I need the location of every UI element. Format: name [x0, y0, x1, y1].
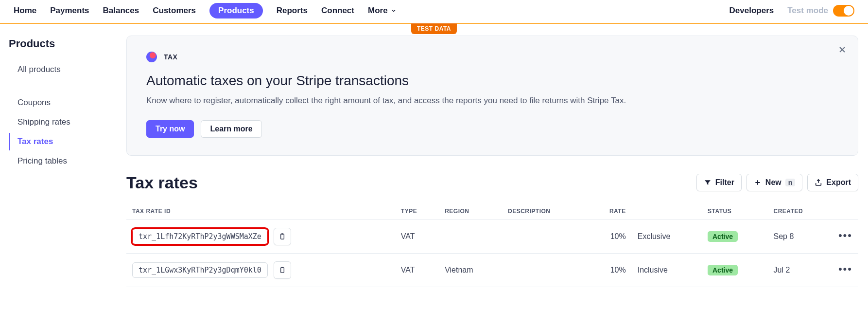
test-data-badge: TEST DATA: [411, 23, 457, 34]
svg-rect-4: [281, 234, 284, 239]
nav-right: Developers Test mode: [729, 3, 854, 18]
col-rate: RATE: [588, 203, 632, 220]
filter-label: Filter: [715, 178, 734, 187]
cell-rate: 10%: [588, 253, 632, 287]
cell-created: Sep 8: [768, 220, 833, 253]
nav-balances[interactable]: Balances: [103, 3, 139, 18]
new-kbd: n: [785, 179, 796, 186]
cell-created: Jul 2: [768, 253, 833, 287]
tax-promo-card: TAX Automatic taxes on your Stripe trans…: [126, 36, 858, 156]
nav-reports[interactable]: Reports: [277, 3, 308, 18]
sidebar-item-pricing-tables[interactable]: Pricing tables: [10, 152, 126, 170]
cell-type: VAT: [395, 220, 439, 253]
close-icon[interactable]: [837, 45, 847, 55]
cell-inclusive: Exclusive: [632, 220, 702, 253]
cell-rate: 10%: [588, 220, 632, 253]
section-header: Tax rates Filter New n Export: [126, 173, 858, 192]
copy-id-button[interactable]: [274, 261, 291, 279]
cell-region: Vietnam: [439, 253, 502, 287]
svg-rect-7: [281, 267, 283, 268]
tax-promo-tag: TAX: [164, 53, 177, 61]
new-button[interactable]: New n: [746, 174, 802, 191]
filter-button[interactable]: Filter: [696, 174, 742, 191]
row-actions-button[interactable]: •••: [833, 220, 858, 253]
more-horizontal-icon: •••: [838, 229, 852, 241]
filter-icon: [704, 179, 712, 186]
sidebar-item-coupons[interactable]: Coupons: [10, 94, 126, 111]
tax-rate-id[interactable]: txr_1LGwx3KyRThP2y3gDqmY0kl0: [132, 262, 268, 278]
col-type: TYPE: [395, 203, 439, 220]
more-horizontal-icon: •••: [838, 263, 852, 275]
export-icon: [815, 179, 822, 186]
sidebar-item-shipping-rates[interactable]: Shipping rates: [10, 113, 126, 131]
table-row[interactable]: txr_1Lfh72KyRThP2y3gWWSMaXZeVAT10%Exclus…: [126, 220, 858, 253]
try-now-button[interactable]: Try now: [146, 120, 194, 138]
nav-products[interactable]: Products: [209, 3, 263, 18]
tax-product-icon: [146, 52, 157, 62]
sidebar: Products All products Coupons Shipping r…: [0, 36, 126, 287]
sidebar-item-all-products[interactable]: All products: [10, 61, 126, 78]
col-region: REGION: [439, 203, 502, 220]
nav-left: Home Payments Balances Customers Product…: [14, 3, 397, 18]
test-mode-toggle[interactable]: [833, 5, 854, 17]
cell-type: VAT: [395, 253, 439, 287]
nav-payments[interactable]: Payments: [50, 3, 89, 18]
nav-home[interactable]: Home: [14, 3, 36, 18]
nav-customers[interactable]: Customers: [153, 3, 196, 18]
cell-description: [502, 253, 588, 287]
svg-rect-5: [281, 233, 283, 235]
copy-id-button[interactable]: [274, 228, 291, 245]
clipboard-icon: [278, 266, 286, 274]
col-actions: [833, 203, 858, 220]
chevron-down-icon: [391, 8, 397, 14]
status-badge: Active: [708, 265, 738, 275]
nav-connect[interactable]: Connect: [321, 3, 354, 18]
status-badge: Active: [708, 231, 738, 242]
nav-more[interactable]: More: [368, 3, 397, 18]
sidebar-item-tax-rates[interactable]: Tax rates: [9, 133, 126, 150]
col-status: STATUS: [702, 203, 768, 220]
content: TAX Automatic taxes on your Stripe trans…: [126, 36, 868, 287]
cell-inclusive: Inclusive: [632, 253, 702, 287]
tax-rate-id[interactable]: txr_1Lfh72KyRThP2y3gWWSMaXZe: [132, 229, 268, 244]
nav-developers[interactable]: Developers: [729, 3, 774, 18]
export-label: Export: [826, 178, 851, 187]
col-description: DESCRIPTION: [502, 203, 588, 220]
new-label: New: [765, 178, 781, 187]
clipboard-icon: [278, 233, 286, 240]
sidebar-title: Products: [9, 37, 126, 61]
test-mode-label: Test mode: [787, 6, 828, 16]
plus-icon: [754, 179, 762, 186]
test-mode-wrap: Test mode: [787, 5, 854, 17]
table-row[interactable]: txr_1LGwx3KyRThP2y3gDqmY0kl0VATVietnam10…: [126, 253, 858, 287]
cell-region: [439, 220, 502, 253]
top-nav: Home Payments Balances Customers Product…: [0, 0, 868, 24]
svg-rect-6: [281, 268, 284, 273]
learn-more-button[interactable]: Learn more: [201, 120, 261, 138]
row-actions-button[interactable]: •••: [833, 253, 858, 287]
tax-promo-desc: Know where to register, automatically co…: [146, 95, 838, 107]
col-created: CREATED: [768, 203, 833, 220]
tax-promo-title: Automatic taxes on your Stripe transacti…: [146, 73, 838, 89]
nav-more-label: More: [368, 6, 388, 16]
page-title: Tax rates: [126, 173, 198, 192]
col-id: TAX RATE ID: [126, 203, 395, 220]
col-inclusive: [632, 203, 702, 220]
tax-rates-table: TAX RATE ID TYPE REGION DESCRIPTION RATE…: [126, 203, 858, 287]
export-button[interactable]: Export: [807, 174, 858, 191]
cell-description: [502, 220, 588, 253]
